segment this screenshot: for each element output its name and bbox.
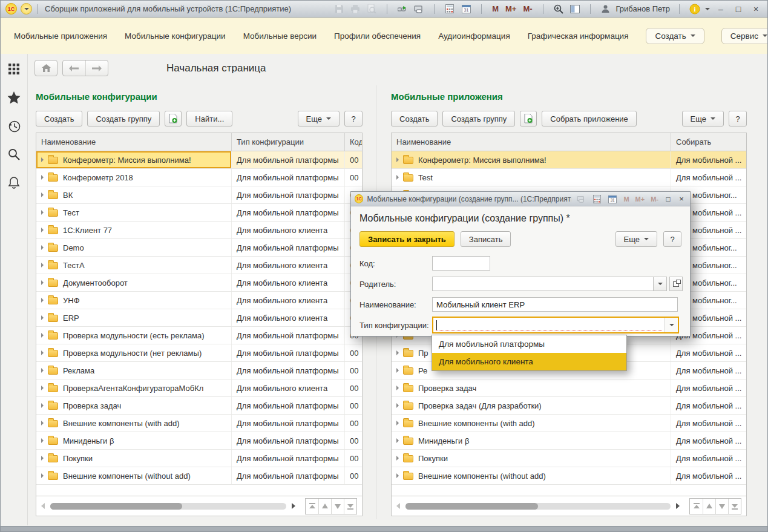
table-row[interactable]: Проверка задачДля мобильной ... [392,379,746,397]
create-button[interactable]: Создать [36,111,82,126]
save-icon[interactable] [333,3,345,15]
maximize-button[interactable]: □ [732,4,745,14]
expand-arrow-icon[interactable] [396,350,399,355]
find-button[interactable]: Найти... [186,111,232,126]
expand-arrow-icon[interactable] [41,386,44,390]
table-row[interactable]: ПокупкиДля мобильной ... [392,450,746,467]
create-button[interactable]: Создать [391,111,438,126]
main-menu-button[interactable] [21,3,32,15]
expand-arrow-icon[interactable] [396,456,399,461]
calculator-icon[interactable] [444,3,456,15]
favorites-star-icon[interactable] [7,91,21,104]
save-and-close-button[interactable]: Записать и закрыть [359,231,455,247]
help-button[interactable]: ? [344,111,363,126]
search-icon[interactable] [7,148,21,161]
scroll-left-arrow[interactable] [41,503,45,509]
go-first-button[interactable] [306,499,318,514]
help-button[interactable]: ? [729,111,747,126]
service-menu-button[interactable]: Сервис [721,28,768,44]
go-prev-button[interactable] [318,499,331,514]
zoom-icon[interactable] [553,3,565,15]
column-header-code[interactable]: Код [345,133,362,151]
info-button[interactable]: i [689,3,701,15]
expand-arrow-icon[interactable] [396,438,399,443]
code-field[interactable] [432,256,490,271]
memory-m-button[interactable]: M [491,4,500,13]
build-app-button[interactable]: Собрать приложение [542,111,637,126]
expand-arrow-icon[interactable] [41,175,44,180]
table-row[interactable]: 1С:Клиент 77Для мобильного клиента00 [36,222,362,239]
history-icon[interactable] [7,119,21,133]
expand-arrow-icon[interactable] [41,210,44,215]
menu-item-4[interactable]: Профили обеспечения [334,31,421,41]
scroll-right-arrow[interactable] [292,503,295,509]
column-header-name[interactable]: Наименование [36,133,232,151]
memory-m-plus-button[interactable]: M+ [504,4,517,13]
get-link-icon[interactable] [396,3,409,15]
notifications-bell-icon[interactable] [7,176,21,189]
table-row[interactable]: ПокупкиДля мобильной платформы00 [36,450,362,467]
help-button[interactable]: ? [663,231,681,247]
create-menu-button[interactable]: Создать [646,28,704,44]
expand-arrow-icon[interactable] [396,403,399,408]
table-row[interactable]: Внешние компоненты (without add)Для моби… [36,467,362,485]
config-type-dropdown-button[interactable] [665,318,678,332]
table-row[interactable]: DemoДля мобильной платформы00 [36,239,362,257]
go-prev-button[interactable] [703,499,715,514]
expand-arrow-icon[interactable] [41,298,44,303]
close-button[interactable]: × [749,4,763,14]
more-button[interactable]: Еще [298,111,340,126]
close-button[interactable]: × [677,194,686,203]
expand-arrow-icon[interactable] [41,315,44,320]
current-user[interactable]: Грибанов Петр [616,4,670,13]
memory-m-minus-button[interactable]: M- [522,4,533,13]
minimize-button[interactable]: – [714,4,727,14]
table-row[interactable]: Внешние компоненты (with add)Для мобильн… [392,415,746,432]
split-view-icon[interactable] [569,3,581,15]
expand-arrow-icon[interactable] [41,350,44,355]
expand-arrow-icon[interactable] [41,192,44,197]
table-row[interactable]: Конферометр: Миссия выполнима!Для мобиль… [392,151,746,169]
name-field[interactable] [432,297,678,312]
maximize-button[interactable]: □ [663,195,673,203]
table-row[interactable]: ERPДля мобильного клиента00 [36,309,362,327]
go-last-button[interactable] [344,499,356,514]
expand-arrow-icon[interactable] [41,280,44,285]
table-row[interactable]: Внешние компоненты (with add)Для мобильн… [36,415,362,432]
menu-item-6[interactable]: Графическая информация [528,31,629,41]
table-row[interactable]: Миниденьги βДля мобильной платформы00 [36,432,362,450]
table-row[interactable]: Миниденьги βДля мобильной ... [392,432,746,450]
calendar-icon[interactable]: 31 [606,193,619,205]
table-row[interactable]: Проверка задач (Для разработки)Для мобил… [392,397,746,415]
expand-arrow-icon[interactable] [41,473,44,478]
forward-button[interactable] [86,61,108,76]
parent-pick-button[interactable] [669,277,683,291]
expand-arrow-icon[interactable] [41,438,44,443]
table-row[interactable]: Проверка модульности (есть реклама)Для м… [36,327,362,344]
table-row[interactable]: УНФДля мобильного клиента00 [36,292,362,309]
expand-arrow-icon[interactable] [41,333,44,338]
parent-dropdown-button[interactable] [654,277,667,291]
column-header-build[interactable]: Собирать [671,133,746,151]
expand-arrow-icon[interactable] [41,403,44,408]
memory-m-button[interactable]: M [622,195,630,203]
scrollbar-thumb[interactable] [50,503,182,510]
table-row[interactable]: Внешние компоненты (without add)Для моби… [392,467,746,485]
print-icon[interactable] [349,3,361,15]
table-row[interactable]: Конферометр: Миссия выполнима!Для мобиль… [36,151,362,169]
expand-arrow-icon[interactable] [396,386,399,390]
expand-arrow-icon[interactable] [41,228,44,232]
expand-arrow-icon[interactable] [41,263,44,268]
go-to-link-icon[interactable] [575,193,587,205]
dropdown-option-1[interactable]: Для мобильной платформы [432,335,626,353]
menu-item-3[interactable]: Мобильные версии [243,31,317,41]
scrollbar-thumb[interactable] [405,503,538,510]
table-row[interactable]: ВКДля мобильной платформы00 [36,186,362,204]
table-row[interactable]: ПроверкаАгентаКонфигуратораМобКлДля моби… [36,379,362,397]
create-group-button[interactable]: Создать группу [442,111,515,126]
table-row[interactable]: Проверка модульности (нет рекламы)Для мо… [36,344,362,362]
memory-m-minus-button[interactable]: M- [649,195,660,203]
column-header-type[interactable]: Тип конфигурации [232,133,345,151]
horizontal-scrollbar[interactable] [405,503,671,510]
calendar-icon[interactable]: 31 [460,3,472,15]
